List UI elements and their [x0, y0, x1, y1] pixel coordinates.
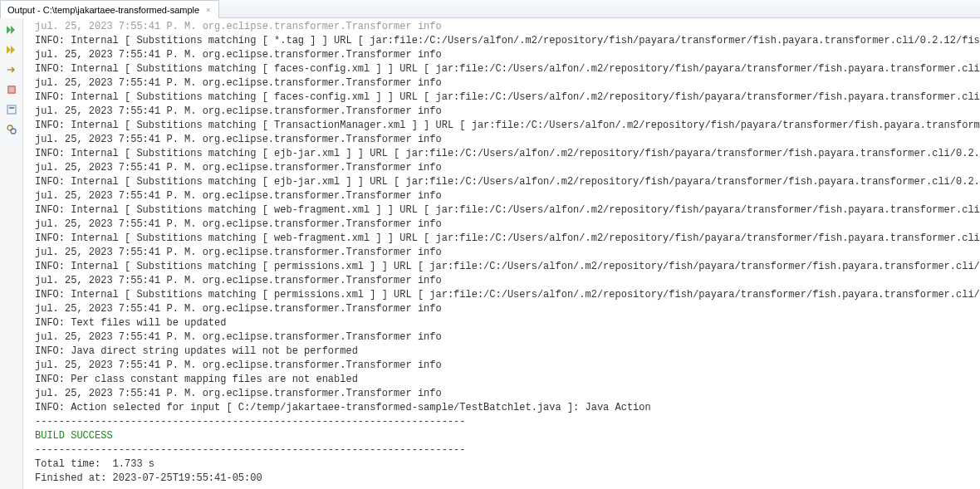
- svg-rect-1: [9, 87, 14, 92]
- console-line: INFO: Internal [ Substitions matching [ …: [35, 62, 980, 76]
- console-line: jul. 25, 2023 7:55:41 P. M. org.eclipse.…: [35, 359, 980, 373]
- rerun-mod-button[interactable]: [3, 42, 20, 58]
- console-line: Total time: 1.733 s: [35, 457, 980, 472]
- console-line: INFO: Internal [ Substitions matching [ …: [35, 34, 980, 48]
- console-line: jul. 25, 2023 7:55:41 P. M. org.eclipse.…: [35, 246, 980, 260]
- console-line: INFO: Internal [ Substitions matching [ …: [35, 175, 980, 189]
- console-line: jul. 25, 2023 7:55:41 P. M. org.eclipse.…: [35, 387, 980, 401]
- console-line: INFO: Internal [ Substitions matching [ …: [35, 288, 980, 302]
- tab-label: Output - C:\temp\jakartaee-transformed-s…: [7, 5, 199, 15]
- console-line: INFO: Per class constant mapping files a…: [35, 373, 980, 387]
- console-line: jul. 25, 2023 7:55:41 P. M. org.eclipse.…: [35, 105, 980, 119]
- console-line: INFO: Internal [ Substitions matching [ …: [35, 232, 980, 246]
- console-line: jul. 25, 2023 7:55:41 P. M. org.eclipse.…: [35, 189, 980, 203]
- console-line: jul. 25, 2023 7:55:41 P. M. org.eclipse.…: [35, 302, 980, 316]
- filter-button[interactable]: [3, 101, 20, 118]
- console-line: INFO: Text files will be updated: [35, 316, 980, 330]
- side-toolbar: [0, 18, 23, 489]
- tab-bar: Output - C:\temp\jakartaee-transformed-s…: [0, 0, 980, 18]
- console-line: INFO: Internal [ Substitions matching [ …: [35, 203, 980, 218]
- console-line: INFO: Internal [ Substitions matching [ …: [35, 147, 980, 161]
- filter-icon: [6, 104, 17, 115]
- stop-button[interactable]: [3, 81, 20, 98]
- settings-button[interactable]: [3, 121, 20, 138]
- console-line: INFO: Internal [ Substitions matching [ …: [35, 260, 980, 274]
- stop-icon: [6, 84, 17, 95]
- console-line: jul. 25, 2023 7:55:41 P. M. org.eclipse.…: [35, 330, 980, 345]
- console-line: jul. 25, 2023 7:55:41 P. M. org.eclipse.…: [35, 274, 980, 288]
- console-line: INFO: Java direct string updates will no…: [35, 345, 980, 359]
- console-line: ----------------------------------------…: [35, 415, 980, 429]
- console-line: INFO: Action selected for input [ C:/tem…: [35, 401, 980, 415]
- rerun-button[interactable]: [3, 22, 20, 38]
- console-line: jul. 25, 2023 7:55:41 P. M. org.eclipse.…: [35, 48, 980, 62]
- svg-point-5: [11, 129, 16, 134]
- double-play-icon: [6, 24, 17, 36]
- body-area: jul. 25, 2023 7:55:41 P. M. org.eclipse.…: [0, 18, 980, 489]
- console-line: INFO: Internal [ Substitions matching [ …: [35, 119, 980, 133]
- console-line: INFO: Internal [ Substitions matching [ …: [35, 90, 980, 105]
- console-line: Finished at: 2023-07-25T19:55:41-05:00: [35, 472, 980, 486]
- console-line: ----------------------------------------…: [35, 443, 980, 457]
- close-icon[interactable]: ×: [204, 6, 212, 14]
- console-output: jul. 25, 2023 7:55:41 P. M. org.eclipse.…: [30, 18, 980, 489]
- console-line: jul. 25, 2023 7:55:41 P. M. org.eclipse.…: [35, 133, 980, 147]
- console-line: BUILD SUCCESS: [35, 429, 980, 443]
- console-line: jul. 25, 2023 7:55:41 P. M. org.eclipse.…: [35, 161, 980, 175]
- console-line: jul. 25, 2023 7:55:41 P. M. org.eclipse.…: [35, 76, 980, 90]
- arrow-right-icon: [6, 64, 17, 76]
- double-play-yellow-icon: [6, 44, 17, 56]
- svg-rect-3: [9, 107, 14, 109]
- svg-rect-2: [7, 105, 16, 114]
- goto-button[interactable]: [3, 61, 20, 78]
- console-scroll[interactable]: jul. 25, 2023 7:55:41 P. M. org.eclipse.…: [23, 18, 980, 489]
- gear-icon: [6, 124, 17, 135]
- console-line: jul. 25, 2023 7:55:41 P. M. org.eclipse.…: [35, 20, 980, 34]
- console-line: jul. 25, 2023 7:55:41 P. M. org.eclipse.…: [35, 218, 980, 232]
- output-tab[interactable]: Output - C:\temp\jakartaee-transformed-s…: [0, 0, 219, 18]
